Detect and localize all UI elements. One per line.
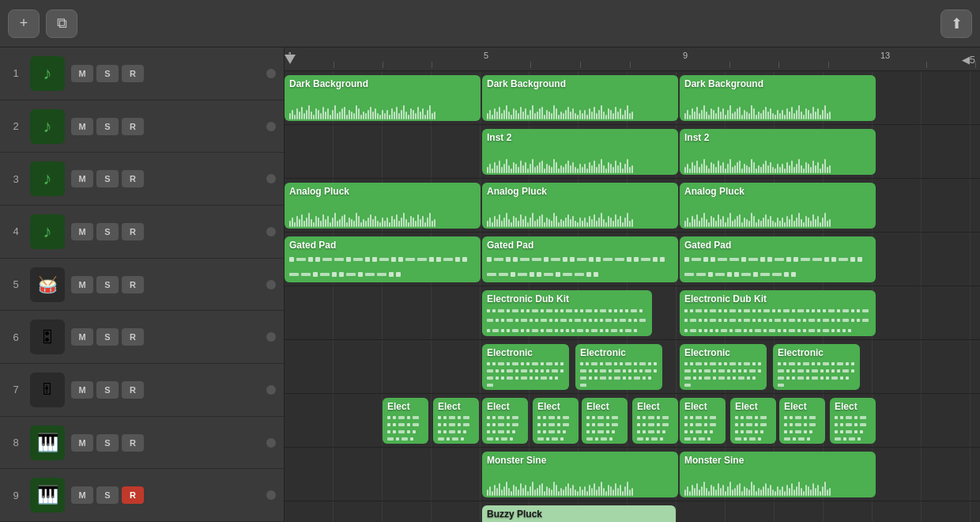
drum-dot (605, 329, 609, 332)
mute-button[interactable]: M (71, 486, 93, 504)
rec-button[interactable]: R (122, 486, 144, 504)
drum-dot (614, 309, 617, 312)
solo-button[interactable]: S (96, 434, 119, 452)
clip-6-0[interactable]: Electronic (482, 344, 569, 390)
solo-button[interactable]: S (96, 223, 119, 240)
clip-7-0[interactable]: Elect (383, 398, 428, 444)
pattern-line (748, 258, 758, 261)
drum-line (563, 423, 569, 426)
solo-button[interactable]: S (96, 170, 119, 187)
clip-5-0[interactable]: Electronic Dub Kit (482, 290, 652, 336)
drum-dot (501, 319, 504, 322)
rec-button[interactable]: R (122, 65, 144, 82)
clip-6-1[interactable]: Electronic (575, 344, 662, 390)
clip-7-7[interactable]: Elect (730, 398, 776, 444)
clip-4-0[interactable]: Gated Pad (285, 236, 481, 282)
clip-9-0[interactable]: Buzzy Pluck (482, 505, 676, 523)
drum-dot (646, 437, 649, 441)
clip-7-5[interactable]: Elect (632, 398, 678, 444)
wave-bar (763, 218, 764, 227)
drum-dot (772, 309, 775, 312)
wave-bar (767, 219, 769, 227)
wave-bar (546, 164, 548, 173)
mute-button[interactable]: M (71, 118, 93, 135)
drum-dot (555, 329, 558, 332)
clip-1-0[interactable]: Dark Background (285, 75, 481, 121)
rec-button[interactable]: R (122, 381, 144, 399)
clip-2-1[interactable]: Inst 2 (680, 129, 876, 175)
mute-button[interactable]: M (71, 328, 93, 346)
rec-button[interactable]: R (122, 328, 144, 346)
mute-button[interactable]: M (71, 381, 93, 399)
track-lane-1: Dark Background Dark Background Dark Bac… (285, 71, 980, 125)
mute-button[interactable]: M (71, 170, 93, 187)
track-number: 6 (8, 331, 24, 343)
clip-pattern (684, 412, 721, 442)
solo-button[interactable]: S (96, 381, 119, 399)
wave-bar (710, 108, 712, 119)
mute-button[interactable]: M (71, 65, 93, 82)
wave-bar (563, 113, 564, 119)
mute-button[interactable]: M (71, 434, 93, 452)
drum-line (648, 423, 654, 426)
clip-1-2[interactable]: Dark Background (680, 75, 876, 121)
clip-4-1[interactable]: Gated Pad (482, 236, 678, 282)
rec-button[interactable]: R (122, 170, 144, 187)
drum-dot (507, 362, 510, 365)
wave-bar (506, 105, 507, 119)
clip-6-3[interactable]: Electronic (773, 344, 860, 390)
mute-button[interactable]: M (71, 276, 93, 293)
clip-8-1[interactable]: Monster Sine (680, 452, 876, 497)
pattern-line (334, 258, 344, 261)
clip-4-2[interactable]: Gated Pad (680, 236, 876, 282)
clip-5-1[interactable]: Electronic Dub Kit (680, 290, 876, 336)
rec-button[interactable]: R (122, 118, 144, 135)
solo-button[interactable]: S (96, 118, 119, 135)
wave-bar (591, 165, 593, 173)
wave-bar (692, 485, 693, 496)
clip-2-0[interactable]: Inst 2 (482, 129, 678, 175)
clip-8-0[interactable]: Monster Sine (482, 452, 678, 497)
clip-7-3[interactable]: Elect (533, 398, 579, 444)
clip-3-2[interactable]: Analog Pluck (680, 183, 876, 229)
drum-line (387, 437, 394, 441)
drum-line (532, 309, 538, 312)
solo-button[interactable]: S (96, 486, 119, 504)
pattern-dot (396, 272, 401, 277)
drum-dot (557, 423, 560, 426)
solo-button[interactable]: S (96, 328, 119, 346)
clip-6-2[interactable]: Electronic (680, 344, 767, 390)
rec-button[interactable]: R (122, 276, 144, 293)
clip-7-4[interactable]: Elect (582, 398, 628, 444)
mute-button[interactable]: M (71, 223, 93, 240)
clip-7-2[interactable]: Elect (482, 398, 528, 444)
wave-bar (344, 214, 345, 227)
drum-dot (537, 423, 541, 426)
track-icon: 🥁 (30, 267, 65, 302)
drum-dot (443, 423, 447, 426)
solo-button[interactable]: S (96, 65, 119, 82)
pattern-dot (289, 257, 294, 262)
rec-button[interactable]: R (122, 434, 144, 452)
pattern-dot (513, 257, 518, 262)
solo-button[interactable]: S (96, 276, 119, 293)
drum-line (413, 423, 419, 426)
clip-1-1[interactable]: Dark Background (482, 75, 678, 121)
clip-7-9[interactable]: Elect (830, 398, 876, 444)
duplicate-button[interactable]: ⧉ (46, 9, 77, 38)
upload-button[interactable]: ⬆ (940, 9, 972, 38)
rec-button[interactable]: R (122, 223, 144, 240)
add-button[interactable]: + (8, 9, 40, 38)
wave-bar (739, 214, 741, 227)
wave-bar (511, 222, 512, 227)
clip-3-0[interactable]: Analog Pluck (285, 183, 481, 229)
clip-7-6[interactable]: Elect (680, 398, 726, 444)
playhead[interactable] (285, 47, 296, 70)
clip-7-8[interactable]: Elect (779, 398, 825, 444)
drum-dot (526, 329, 530, 332)
clip-7-1[interactable]: Elect (433, 398, 479, 444)
clip-title: Elect (537, 401, 574, 412)
wave-bar (810, 490, 812, 496)
clip-3-1[interactable]: Analog Pluck (482, 183, 678, 229)
drum-dot (458, 430, 461, 433)
